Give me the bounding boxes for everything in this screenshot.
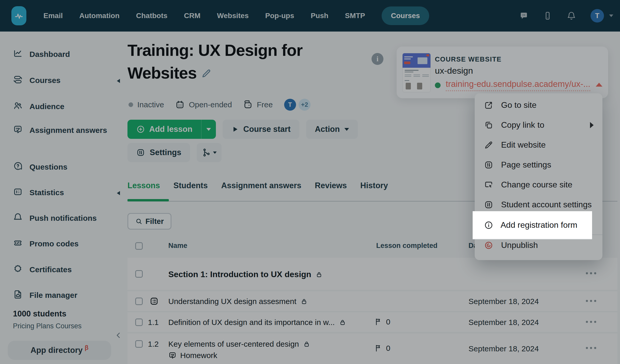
dim-overlay: [0, 0, 620, 364]
info-circle-icon: [484, 221, 493, 230]
highlighted-menu-item-label: Add registration form: [501, 220, 577, 230]
app-window: Email Automation Chatbots CRM Websites P…: [0, 0, 620, 364]
highlighted-menu-item-add-registration-form[interactable]: Add registration form: [473, 211, 592, 239]
